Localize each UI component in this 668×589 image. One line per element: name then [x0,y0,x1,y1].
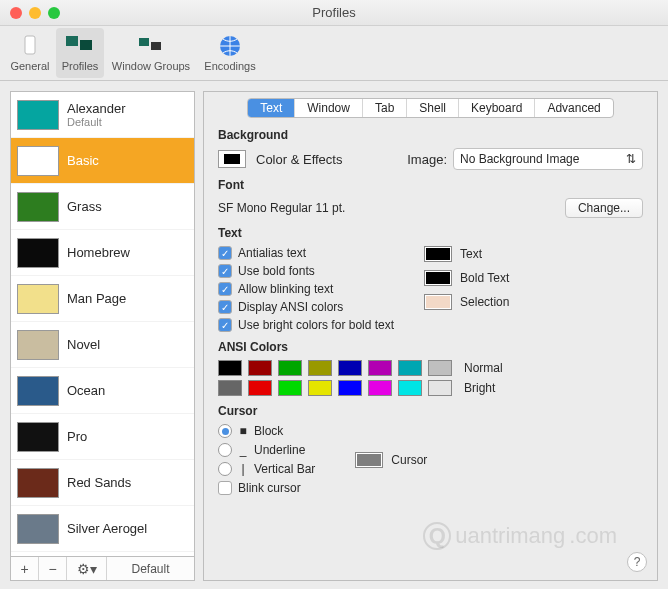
profile-row[interactable]: Ocean [11,368,194,414]
background-color-well[interactable] [218,150,246,168]
checkbox-row[interactable]: ✓Display ANSI colors [218,300,394,314]
profile-row[interactable]: Novel [11,322,194,368]
cursor-color-well[interactable] [355,452,383,468]
profile-row[interactable]: Red Sands [11,460,194,506]
ansi-color-well[interactable] [308,360,332,376]
color-well[interactable] [424,270,452,286]
set-default-button[interactable]: Default [107,557,194,580]
svg-rect-4 [151,42,161,50]
profile-row[interactable]: Pro [11,414,194,460]
ansi-color-well[interactable] [398,360,422,376]
profile-thumb [17,284,59,314]
settings-tabs: TextWindowTabShellKeyboardAdvanced [247,98,614,118]
title-bar: Profiles [0,0,668,26]
profile-row[interactable]: Basic [11,138,194,184]
ansi-color-well[interactable] [248,360,272,376]
image-label: Image: [407,152,447,167]
profile-thumb [17,514,59,544]
background-section: Background Color & Effects Image: No Bac… [218,128,643,170]
radio-row[interactable]: ■Block [218,424,315,438]
toolbar-general[interactable]: General [6,28,54,78]
ansi-color-well[interactable] [428,360,452,376]
toolbar-window-groups[interactable]: Window Groups [106,28,196,78]
tab-shell[interactable]: Shell [407,99,459,117]
window-title: Profiles [0,5,668,20]
toolbar-label: Profiles [62,60,99,72]
checkbox-label: Blink cursor [238,481,301,495]
blink-cursor-checkbox[interactable]: Blink cursor [218,481,315,495]
checkbox-icon: ✓ [218,246,232,260]
profile-subtitle: Default [67,116,126,128]
ansi-color-well[interactable] [278,360,302,376]
section-heading: ANSI Colors [218,340,643,354]
ansi-color-well[interactable] [248,380,272,396]
ansi-color-well[interactable] [218,360,242,376]
checkbox-label: Use bright colors for bold text [238,318,394,332]
svg-rect-3 [139,38,149,46]
color-well[interactable] [424,246,452,262]
toolbar: General Profiles Window Groups Encodings [0,26,668,81]
radio-icon [218,462,232,476]
toolbar-label: Window Groups [112,60,190,72]
ansi-color-well[interactable] [368,360,392,376]
ansi-color-well[interactable] [278,380,302,396]
ansi-color-well[interactable] [338,380,362,396]
ansi-color-well[interactable] [368,380,392,396]
profile-name: Novel [67,337,100,352]
change-font-button[interactable]: Change... [565,198,643,218]
profile-row[interactable]: Man Page [11,276,194,322]
radio-row[interactable]: _Underline [218,443,315,457]
profile-row[interactable]: AlexanderDefault [11,92,194,138]
tab-window[interactable]: Window [295,99,363,117]
toolbar-profiles[interactable]: Profiles [56,28,104,78]
radio-row[interactable]: |Vertical Bar [218,462,315,476]
profile-list: AlexanderDefaultBasicGrassHomebrewMan Pa… [10,91,195,557]
watermark: Quantrimang.com [423,522,617,550]
profile-name: Alexander [67,101,126,116]
profile-name: Basic [67,153,99,168]
remove-button[interactable]: − [39,557,67,580]
profile-row[interactable]: Grass [11,184,194,230]
ansi-color-well[interactable] [218,380,242,396]
toolbar-encodings[interactable]: Encodings [198,28,262,78]
ansi-row-label: Normal [464,361,503,375]
tab-advanced[interactable]: Advanced [535,99,612,117]
chevron-updown-icon: ⇅ [626,152,636,166]
ansi-color-well[interactable] [428,380,452,396]
checkbox-label: Display ANSI colors [238,300,343,314]
ansi-color-well[interactable] [398,380,422,396]
profile-thumb [17,146,59,176]
add-button[interactable]: + [11,557,39,580]
profile-name: Silver Aerogel [67,521,147,536]
checkbox-row[interactable]: ✓Use bright colors for bold text [218,318,394,332]
cursor-glyph-icon: | [238,462,248,476]
color-well[interactable] [424,294,452,310]
checkbox-row[interactable]: ✓Use bold fonts [218,264,394,278]
help-button[interactable]: ? [627,552,647,572]
font-value: SF Mono Regular 11 pt. [218,201,345,215]
tab-text[interactable]: Text [248,99,295,117]
svg-rect-1 [66,36,78,46]
tab-tab[interactable]: Tab [363,99,407,117]
profile-thumb [17,100,59,130]
profile-name: Red Sands [67,475,131,490]
action-menu-button[interactable]: ⚙︎▾ [67,557,107,580]
color-label: Selection [460,295,509,309]
profile-name: Ocean [67,383,105,398]
profile-name: Grass [67,199,102,214]
profile-row[interactable]: Silver Aerogel [11,506,194,552]
tab-keyboard[interactable]: Keyboard [459,99,535,117]
background-image-select[interactable]: No Background Image ⇅ [453,148,643,170]
profile-row[interactable]: Homebrew [11,230,194,276]
profile-thumb [17,192,59,222]
ansi-color-well[interactable] [308,380,332,396]
ansi-color-well[interactable] [338,360,362,376]
profile-thumb [17,468,59,498]
checkbox-label: Use bold fonts [238,264,315,278]
section-heading: Cursor [218,404,643,418]
checkbox-row[interactable]: ✓Antialias text [218,246,394,260]
checkbox-row[interactable]: ✓Allow blinking text [218,282,394,296]
toolbar-label: General [10,60,49,72]
profile-thumb [17,330,59,360]
radio-label: Vertical Bar [254,462,315,476]
